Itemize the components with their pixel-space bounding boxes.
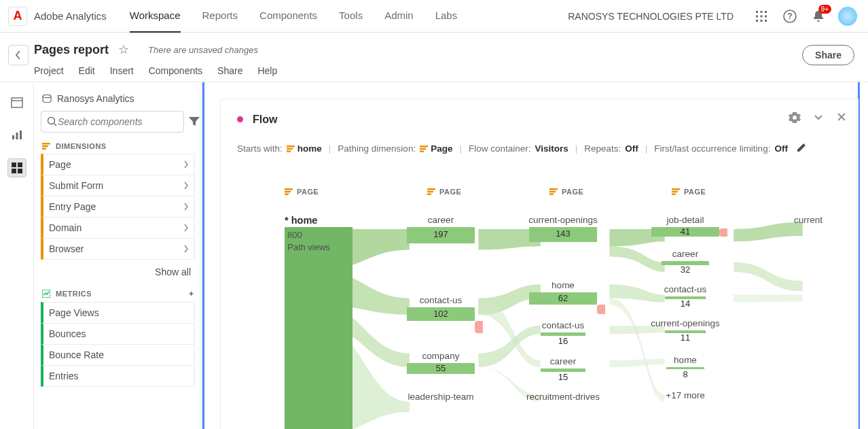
dimension-domain[interactable]: Domain xyxy=(41,217,195,239)
avatar[interactable] xyxy=(838,7,857,26)
svg-rect-30 xyxy=(420,145,428,148)
svg-rect-4 xyxy=(761,15,763,17)
brand-name: Adobe Analytics xyxy=(34,10,107,22)
notifications-badge: 9+ xyxy=(818,5,831,14)
notifications-icon[interactable]: 9+ xyxy=(811,9,826,24)
flow-col3-node2-value: 16 xyxy=(543,336,583,346)
nav-reports[interactable]: Reports xyxy=(202,0,238,33)
svg-rect-37 xyxy=(427,191,433,193)
share-button[interactable]: Share xyxy=(802,45,854,65)
metric-entries[interactable]: Entries xyxy=(41,365,195,387)
settings-icon[interactable] xyxy=(789,111,801,127)
flow-col3-node1-value: 62 xyxy=(543,293,583,303)
flow-col4-node4-label[interactable]: home xyxy=(651,355,719,365)
flow-col3-node1-exit xyxy=(597,305,605,314)
flow-col2-node2-value: 55 xyxy=(420,363,461,373)
rail-visualizations-icon[interactable] xyxy=(7,126,26,145)
help-icon[interactable]: ? xyxy=(782,9,797,24)
config-limiting-value[interactable]: Off xyxy=(774,143,788,154)
metric-bounces[interactable]: Bounces xyxy=(41,323,195,345)
flow-col2-header: PAGE xyxy=(427,188,461,196)
svg-rect-38 xyxy=(427,193,431,195)
nav-workspace[interactable]: Workspace xyxy=(130,0,181,33)
config-repeats-value[interactable]: Off xyxy=(625,143,638,154)
add-metric-button[interactable]: ＋ xyxy=(187,288,196,298)
flow-col3-node2-label[interactable]: contact-us xyxy=(529,320,597,330)
svg-rect-44 xyxy=(672,193,676,195)
flow-col4-node5-label[interactable]: +17 more xyxy=(651,390,719,400)
svg-rect-8 xyxy=(765,20,767,22)
rail-components-icon[interactable] xyxy=(7,158,26,177)
close-icon[interactable] xyxy=(836,111,847,127)
apps-icon[interactable] xyxy=(754,9,769,24)
menu-insert[interactable]: Insert xyxy=(110,65,134,76)
metric-page-views[interactable]: Page Views xyxy=(41,302,195,324)
back-button[interactable] xyxy=(8,45,29,65)
flow-visualization-panel: Flow Starts with: home | Pathi xyxy=(220,99,858,429)
config-repeats-label: Repeats: xyxy=(584,143,621,154)
dimension-browser[interactable]: Browser xyxy=(41,238,195,260)
flow-col4-node2-label[interactable]: contact-us xyxy=(651,284,719,294)
svg-rect-18 xyxy=(12,169,16,173)
flow-col2-node1-value: 102 xyxy=(420,309,461,319)
metrics-header: METRICS ＋ xyxy=(42,288,195,298)
svg-rect-14 xyxy=(16,133,18,139)
menu-components[interactable]: Components xyxy=(149,65,202,76)
viz-color-dot xyxy=(237,116,243,122)
search-input-wrapper[interactable] xyxy=(41,111,184,133)
svg-rect-31 xyxy=(420,148,426,150)
nav-tools[interactable]: Tools xyxy=(339,0,363,33)
config-starts-with-value[interactable]: home xyxy=(287,143,322,154)
flow-col3-node0-label[interactable]: current-openings xyxy=(516,215,611,225)
dimension-entry-page[interactable]: Entry Page xyxy=(41,196,195,218)
flow-col3-header: PAGE xyxy=(549,188,583,196)
rail-panel-icon[interactable] xyxy=(7,93,26,112)
left-rail xyxy=(0,82,34,429)
svg-rect-5 xyxy=(765,15,767,17)
svg-rect-15 xyxy=(20,131,22,139)
report-suite-name: Ranosys Analytics xyxy=(57,93,134,104)
flow-col3-node3-label[interactable]: career xyxy=(529,356,597,366)
viz-title[interactable]: Flow xyxy=(253,114,789,126)
dimension-submit-form[interactable]: Submit Form xyxy=(41,175,195,196)
flow-col4-node1-label[interactable]: career xyxy=(651,249,719,259)
nav-admin[interactable]: Admin xyxy=(384,0,414,33)
svg-text:?: ? xyxy=(787,12,792,21)
svg-rect-24 xyxy=(42,145,48,148)
menu-edit[interactable]: Edit xyxy=(79,65,95,76)
flow-config-row: Starts with: home | Pathing dimension: P… xyxy=(237,142,847,155)
dimension-page[interactable]: Page xyxy=(41,154,195,175)
flow-root-label[interactable]: * home xyxy=(285,215,317,226)
nav-labs[interactable]: Labs xyxy=(435,0,458,33)
flow-col2-node0-label[interactable]: career xyxy=(407,215,475,225)
flow-col2-node2-label[interactable]: company xyxy=(407,351,475,361)
flow-col2-node1-label[interactable]: contact-us xyxy=(407,295,475,305)
flow-col5-node0-label[interactable]: current xyxy=(794,215,858,225)
svg-rect-29 xyxy=(287,150,291,152)
dimension-icon xyxy=(42,143,50,150)
flow-col3-node4-label[interactable]: recruitment-drives xyxy=(516,392,611,402)
svg-rect-16 xyxy=(12,162,16,167)
flow-col2-node3-label[interactable]: leadership-team xyxy=(407,392,475,402)
report-suite-selector[interactable]: Ranosys Analytics xyxy=(42,93,195,104)
svg-rect-36 xyxy=(427,188,435,190)
flow-chart[interactable]: PAGE PAGE PAGE PAGE * home 800 Path view… xyxy=(237,188,858,429)
edit-config-icon[interactable] xyxy=(796,142,807,155)
config-container-value[interactable]: Visitors xyxy=(535,143,568,154)
metric-bounce-rate[interactable]: Bounce Rate xyxy=(41,344,195,366)
flow-col4-node3-label[interactable]: current-openings xyxy=(638,318,733,328)
config-pathing-value[interactable]: Page xyxy=(420,143,452,154)
collapse-icon[interactable] xyxy=(813,111,824,127)
menu-share[interactable]: Share xyxy=(217,65,242,76)
flow-col3-node1-label[interactable]: home xyxy=(529,280,597,290)
favorite-star-icon[interactable]: ☆ xyxy=(118,42,129,57)
menu-help[interactable]: Help xyxy=(257,65,277,76)
flow-col4-node3-value: 11 xyxy=(665,332,706,343)
flow-col4-node0-label[interactable]: job-detail xyxy=(651,215,719,225)
flow-root-node[interactable] xyxy=(285,227,352,429)
filter-icon[interactable] xyxy=(188,111,200,133)
menu-project[interactable]: Project xyxy=(34,65,64,76)
nav-components[interactable]: Components xyxy=(259,0,317,33)
search-input[interactable] xyxy=(58,116,178,127)
show-all-dimensions[interactable]: Show all xyxy=(41,267,191,277)
